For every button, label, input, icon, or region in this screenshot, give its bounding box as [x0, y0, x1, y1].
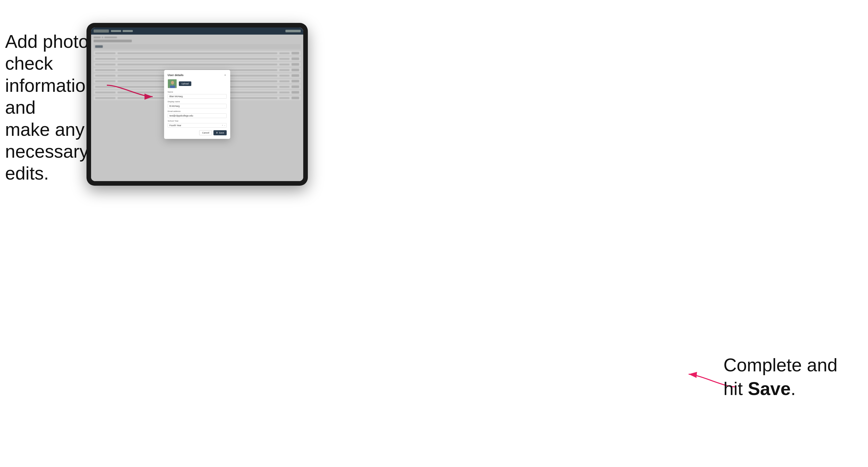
upload-button[interactable]: Upload: [179, 82, 191, 86]
school-year-select-wrapper: × ⌄: [168, 123, 227, 128]
name-label: Name: [168, 91, 227, 93]
svg-point-1: [171, 81, 174, 85]
modal-backdrop: User details ×: [91, 28, 303, 181]
clear-icon[interactable]: ×: [222, 124, 223, 126]
modal-header: User details ×: [168, 73, 227, 76]
email-label: Email address: [168, 110, 227, 113]
tablet-screen: User details ×: [91, 28, 303, 181]
close-icon[interactable]: ×: [224, 73, 227, 76]
annotation-right: Complete and hit Save.: [723, 353, 837, 401]
modal-title: User details: [168, 73, 183, 76]
school-year-input[interactable]: [168, 123, 227, 128]
display-name-field-group: Display name: [168, 100, 227, 108]
save-button[interactable]: ⬆ Save: [213, 130, 227, 135]
display-name-input[interactable]: [168, 104, 227, 108]
chevron-down-icon[interactable]: ⌄: [224, 124, 226, 126]
school-year-label: School Year: [168, 120, 227, 122]
school-year-field-group: School Year × ⌄: [168, 120, 227, 128]
app-background: User details ×: [91, 28, 303, 181]
email-field-group: Email address: [168, 110, 227, 118]
save-icon: ⬆: [216, 131, 218, 134]
user-photo: [168, 79, 177, 88]
display-name-label: Display name: [168, 100, 227, 103]
photo-section: Upload: [168, 79, 227, 88]
tablet-device: User details ×: [87, 23, 308, 186]
name-field-group: Name: [168, 91, 227, 99]
modal-footer: Cancel ⬆ Save: [168, 130, 227, 135]
name-input[interactable]: [168, 94, 227, 99]
email-input[interactable]: [168, 114, 227, 118]
cancel-button[interactable]: Cancel: [199, 130, 212, 135]
svg-rect-3: [170, 86, 175, 88]
user-details-modal: User details ×: [164, 70, 230, 139]
